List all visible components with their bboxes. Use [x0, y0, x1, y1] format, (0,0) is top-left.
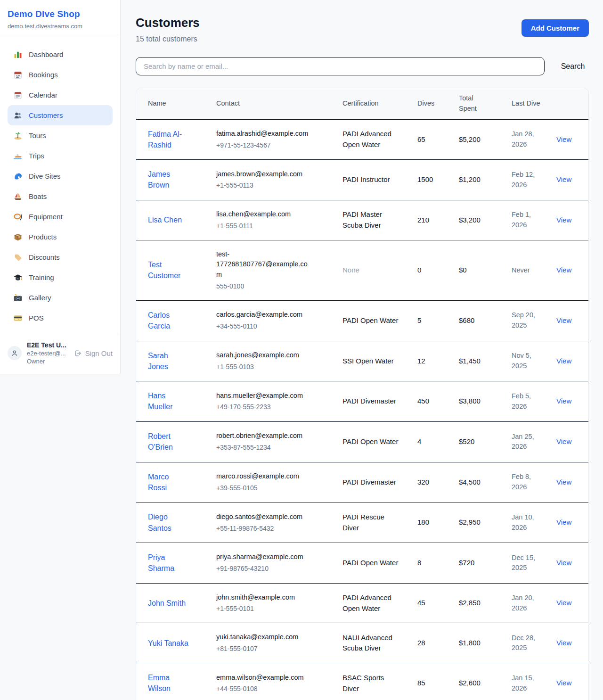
- customers-table: NameContactCertificationDivesTotal Spent…: [136, 88, 588, 700]
- view-link[interactable]: View: [556, 478, 571, 486]
- view-link[interactable]: View: [556, 679, 571, 687]
- customer-email: test-1772681807767@example.com: [216, 249, 313, 280]
- contact-cell: marco.rossi@example.com+39-555-0105: [216, 462, 342, 502]
- customer-name-link[interactable]: Robert O'Brien: [148, 431, 189, 453]
- sidebar-item-equipment[interactable]: Equipment: [8, 206, 113, 227]
- customer-name-link[interactable]: Diego Santos: [148, 511, 189, 533]
- view-link[interactable]: View: [556, 639, 571, 647]
- name-cell: Yuki Tanaka: [136, 623, 216, 663]
- dives-cell: 4: [417, 421, 459, 462]
- contact-cell: sarah.jones@example.com+1-555-0103: [216, 341, 342, 381]
- customer-last-dive: Jan 15, 2026: [512, 673, 546, 694]
- customer-name-link[interactable]: Marco Rossi: [148, 471, 189, 493]
- view-link[interactable]: View: [556, 266, 571, 274]
- customer-total-spent: $2,950: [459, 518, 481, 526]
- customer-phone: +1-555-0101: [216, 604, 338, 614]
- customer-name-link[interactable]: Carlos Garcia: [148, 310, 189, 331]
- view-link[interactable]: View: [556, 216, 571, 224]
- sidebar-item-label: Gallery: [29, 294, 51, 302]
- name-cell: Lisa Chen: [136, 200, 216, 240]
- search-input[interactable]: [136, 57, 545, 75]
- dives-cell: 180: [417, 502, 459, 543]
- sidebar-item-boats[interactable]: Boats: [8, 186, 113, 206]
- customer-name-link[interactable]: Lisa Chen: [148, 214, 182, 225]
- dives-cell: 12: [417, 341, 459, 381]
- table-row: Robert O'Brienrobert.obrien@example.com+…: [136, 421, 588, 462]
- sidebar-item-label: Products: [29, 233, 57, 241]
- customer-total-spent: $680: [459, 316, 474, 324]
- actions-cell: View: [556, 240, 588, 300]
- contact-cell: priya.sharma@example.com+91-98765-43210: [216, 543, 342, 584]
- customer-total-spent: $520: [459, 437, 474, 445]
- view-link[interactable]: View: [556, 559, 571, 567]
- total-spent-cell: $720: [459, 543, 512, 584]
- sidebar-item-discounts[interactable]: Discounts: [8, 247, 113, 267]
- sidebar-item-bookings[interactable]: 17Bookings: [8, 65, 113, 85]
- customer-dives: 65: [417, 135, 425, 143]
- view-link[interactable]: View: [556, 599, 571, 607]
- total-spent-cell: $2,600: [459, 663, 512, 700]
- column-header-last-dive: Last Dive: [512, 88, 556, 119]
- dives-cell: 45: [417, 583, 459, 623]
- sidebar-item-calendar[interactable]: Calendar: [8, 85, 113, 105]
- customer-certification: PADI Divemaster: [342, 477, 396, 488]
- sidebar-item-dashboard[interactable]: Dashboard: [8, 44, 113, 65]
- view-link[interactable]: View: [556, 135, 571, 143]
- certification-cell: PADI Advanced Open Water: [342, 119, 417, 160]
- svg-text:17: 17: [16, 74, 20, 78]
- customer-name-link[interactable]: Fatima Al-Rashid: [148, 129, 189, 150]
- sidebar-item-training[interactable]: Training: [8, 267, 113, 288]
- user-name: E2E Test U...: [27, 341, 69, 349]
- actions-cell: View: [556, 119, 588, 160]
- customer-name-link[interactable]: Yuki Tanaka: [148, 638, 188, 649]
- customer-certification: PADI Open Water: [342, 315, 398, 326]
- customer-dives: 5: [417, 316, 421, 324]
- actions-cell: View: [556, 200, 588, 240]
- view-link[interactable]: View: [556, 437, 571, 445]
- calendar-date-icon: 17: [13, 70, 23, 80]
- contact-cell: diego.santos@example.com+55-11-99876-543…: [216, 502, 342, 543]
- view-link[interactable]: View: [556, 316, 571, 324]
- sidebar-item-label: Bookings: [29, 71, 58, 79]
- sign-out-button[interactable]: Sign Out: [74, 349, 113, 357]
- customer-name-link[interactable]: Priya Sharma: [148, 552, 189, 574]
- customer-name-link[interactable]: Hans Mueller: [148, 390, 189, 412]
- actions-cell: View: [556, 663, 588, 700]
- customer-last-dive: Jan 10, 2026: [512, 512, 546, 533]
- sidebar-item-tours[interactable]: Tours: [8, 125, 113, 146]
- last-dive-cell: Feb 5, 2026: [512, 381, 556, 422]
- contact-cell: emma.wilson@example.com+44-555-0108: [216, 663, 342, 700]
- customer-dives: 180: [417, 518, 429, 526]
- customer-last-dive: Dec 15, 2025: [512, 553, 546, 574]
- sidebar-item-label: Dive Sites: [29, 172, 61, 180]
- actions-cell: View: [556, 583, 588, 623]
- island-icon: [13, 131, 23, 140]
- sidebar-item-dive-sites[interactable]: Dive Sites: [8, 166, 113, 186]
- add-customer-button[interactable]: Add Customer: [522, 19, 589, 37]
- sidebar-item-gallery[interactable]: Gallery: [8, 288, 113, 308]
- customer-name-link[interactable]: John Smith: [148, 598, 186, 609]
- customer-name-link[interactable]: Sarah Jones: [148, 350, 189, 372]
- sidebar-item-trips[interactable]: Trips: [8, 146, 113, 166]
- view-link[interactable]: View: [556, 518, 571, 526]
- customer-name-link[interactable]: James Brown: [148, 169, 189, 190]
- table-row: Carlos Garciacarlos.garcia@example.com+3…: [136, 300, 588, 341]
- view-link[interactable]: View: [556, 357, 571, 365]
- sidebar-item-products[interactable]: Products: [8, 227, 113, 247]
- sidebar-item-customers[interactable]: Customers: [8, 105, 113, 125]
- search-button[interactable]: Search: [557, 62, 589, 71]
- customer-name-link[interactable]: Emma Wilson: [148, 672, 189, 694]
- customer-email: priya.sharma@example.com: [216, 552, 313, 562]
- user-email: e2e-tester@...: [27, 350, 69, 357]
- sidebar-item-label: Training: [29, 273, 54, 281]
- brand-title: Demo Dive Shop: [8, 9, 113, 19]
- sidebar-item-pos[interactable]: POS: [8, 308, 113, 328]
- table-header-row: NameContactCertificationDivesTotal Spent…: [136, 88, 588, 119]
- view-link[interactable]: View: [556, 175, 571, 183]
- table-row: Test Customertest-1772681807767@example.…: [136, 240, 588, 300]
- customer-phone: +971-55-123-4567: [216, 140, 338, 150]
- customer-phone: +91-98765-43210: [216, 564, 338, 574]
- view-link[interactable]: View: [556, 397, 571, 405]
- last-dive-cell: Dec 28, 2025: [512, 623, 556, 663]
- customer-name-link[interactable]: Test Customer: [148, 259, 189, 281]
